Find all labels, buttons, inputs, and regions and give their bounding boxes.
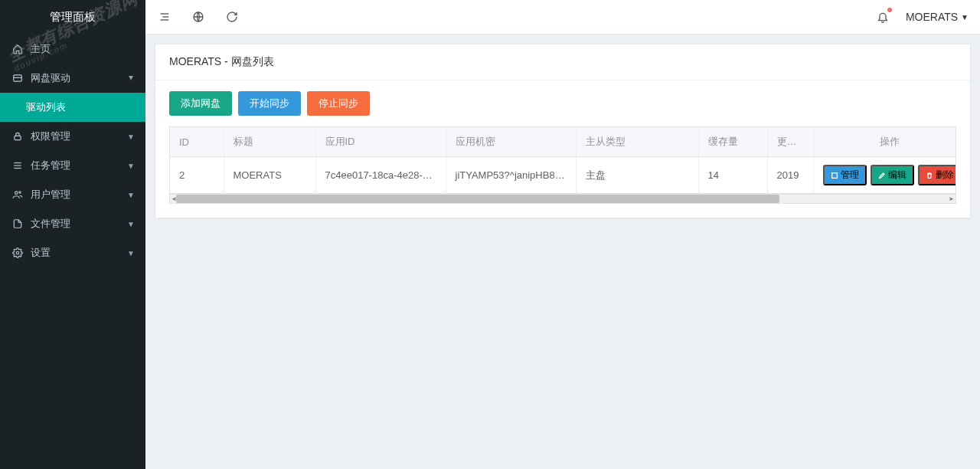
main: MOERATS ▼ MOERATS - 网盘列表 添加网盘 开始同步 停止同步 — [145, 0, 980, 469]
files-icon — [11, 218, 24, 229]
language-button[interactable] — [191, 9, 206, 25]
sidebar-item-files[interactable]: 文件管理 ▼ — [0, 209, 145, 238]
refresh-button[interactable] — [224, 9, 240, 25]
sidebar-item-disk-drive[interactable]: 网盘驱动 ▲ — [0, 64, 145, 93]
disk-icon — [11, 73, 24, 84]
chevron-down-icon: ▼ — [127, 220, 135, 228]
home-icon — [11, 44, 24, 54]
tasks-icon — [11, 160, 24, 171]
col-title: 标题 — [224, 127, 315, 157]
horizontal-scrollbar[interactable]: ◄ ► — [170, 194, 956, 203]
sidebar-item-tasks[interactable]: 任务管理 ▼ — [0, 151, 145, 180]
manage-label: 管理 — [841, 169, 859, 182]
sidebar: 管理面板 主页 网盘驱动 ▲ 驱动列表 权限管理 ▼ — [0, 0, 145, 469]
manage-button[interactable]: 管理 — [823, 165, 867, 185]
gear-icon — [11, 248, 24, 258]
cell-title: MOERATS — [224, 157, 315, 194]
sidebar-item-permissions[interactable]: 权限管理 ▼ — [0, 122, 145, 151]
col-cache: 缓存量 — [698, 127, 767, 157]
scroll-thumb[interactable] — [176, 195, 779, 203]
svg-rect-13 — [831, 172, 837, 178]
sidebar-item-label: 主页 — [31, 42, 135, 56]
cell-app-secret: jiTYAMP53?^janipHB86... — [446, 157, 576, 194]
edit-button[interactable]: 编辑 — [871, 165, 914, 185]
panel-title: MOERATS - 网盘列表 — [155, 44, 970, 80]
sidebar-item-home[interactable]: 主页 — [0, 34, 145, 64]
cell-id: 2 — [170, 157, 224, 194]
svg-point-7 — [19, 192, 21, 193]
sidebar-item-label: 文件管理 — [31, 217, 127, 231]
chevron-down-icon: ▼ — [127, 133, 135, 141]
chevron-down-icon: ▼ — [127, 162, 135, 170]
cell-app-id: 7c4ee017-18ca-4e28-8... — [315, 157, 446, 194]
table-header-row: ID 标题 应用ID 应用机密 主从类型 缓存量 更新时 操作 — [170, 127, 956, 157]
col-updated: 更新时 — [767, 127, 813, 157]
users-icon — [11, 189, 24, 200]
svg-point-6 — [15, 192, 18, 195]
scroll-right-arrow[interactable]: ► — [948, 195, 956, 203]
sidebar-item-label: 网盘驱动 — [31, 71, 127, 85]
notifications-button[interactable] — [875, 9, 890, 25]
col-role: 主从类型 — [576, 127, 698, 157]
chevron-down-icon: ▼ — [961, 13, 969, 21]
lock-icon — [11, 131, 24, 142]
chevron-up-icon: ▲ — [127, 74, 135, 83]
content: MOERATS - 网盘列表 添加网盘 开始同步 停止同步 — [145, 34, 980, 469]
drive-table: ID 标题 应用ID 应用机密 主从类型 缓存量 更新时 操作 — [170, 127, 956, 194]
sidebar-subitem-drive-list[interactable]: 驱动列表 — [0, 93, 145, 122]
table-row: 2 MOERATS 7c4ee017-18ca-4e28-8... jiTYAM… — [170, 157, 956, 194]
svg-rect-2 — [15, 136, 21, 139]
topbar: MOERATS ▼ — [145, 0, 980, 34]
notification-dot — [887, 8, 892, 12]
delete-label: 删除 — [936, 169, 954, 182]
add-drive-button[interactable]: 添加网盘 — [169, 91, 232, 116]
cell-ops: 管理 编辑 删除 — [813, 157, 956, 194]
stop-sync-button[interactable]: 停止同步 — [307, 91, 370, 116]
sidebar-title: 管理面板 — [0, 0, 145, 34]
toggle-sidebar-button[interactable] — [157, 9, 172, 25]
cell-updated: 2019 — [767, 157, 813, 194]
sidebar-item-settings[interactable]: 设置 ▼ — [0, 238, 145, 267]
sidebar-menu: 主页 网盘驱动 ▲ 驱动列表 权限管理 ▼ 任务管理 ▼ — [0, 34, 145, 267]
sidebar-item-label: 驱动列表 — [26, 100, 135, 114]
chevron-down-icon: ▼ — [127, 191, 135, 199]
sidebar-item-users[interactable]: 用户管理 ▼ — [0, 180, 145, 209]
col-app-id: 应用ID — [315, 127, 446, 157]
col-id: ID — [170, 127, 224, 157]
drive-table-container: ID 标题 应用ID 应用机密 主从类型 缓存量 更新时 操作 — [169, 126, 956, 204]
svg-point-8 — [16, 251, 19, 254]
username-label: MOERATS — [906, 11, 958, 23]
col-ops: 操作 — [813, 127, 956, 157]
sidebar-item-label: 任务管理 — [31, 159, 127, 172]
edit-label: 编辑 — [888, 169, 906, 182]
cell-role: 主盘 — [576, 157, 698, 194]
start-sync-button[interactable]: 开始同步 — [238, 91, 301, 116]
user-menu[interactable]: MOERATS ▼ — [906, 11, 969, 23]
sidebar-item-label: 设置 — [31, 246, 127, 260]
col-app-secret: 应用机密 — [446, 127, 576, 157]
sidebar-item-label: 权限管理 — [31, 130, 127, 143]
cell-cache: 14 — [698, 157, 767, 194]
sidebar-item-label: 用户管理 — [31, 188, 127, 202]
drive-list-panel: MOERATS - 网盘列表 添加网盘 开始同步 停止同步 — [155, 44, 971, 218]
chevron-down-icon: ▼ — [127, 249, 135, 257]
delete-button[interactable]: 删除 — [918, 165, 957, 185]
